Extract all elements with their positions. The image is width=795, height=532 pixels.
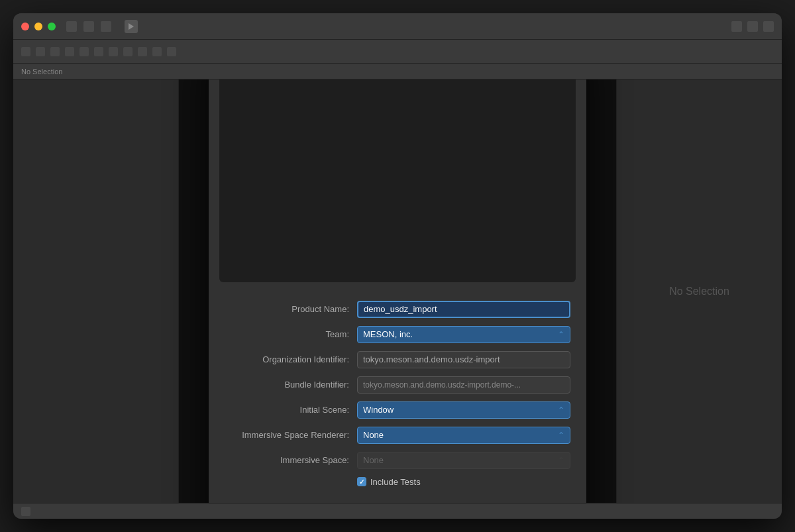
inspector-no-selection: No Selection	[669, 286, 729, 297]
toolbar-row	[13, 40, 782, 64]
inspector-icon[interactable]	[101, 21, 111, 32]
nav-icon-7[interactable]	[109, 47, 118, 56]
immersive-renderer-field: None ⌃	[357, 427, 570, 444]
editor-area: No Selection Choose options for your new…	[179, 80, 616, 503]
close-button[interactable]	[21, 23, 29, 30]
org-id-input[interactable]	[357, 351, 570, 368]
immersive-renderer-chevron-icon: ⌃	[558, 431, 564, 440]
title-bar	[13, 13, 782, 40]
bundle-id-label: Bundle Identifier:	[225, 380, 357, 390]
initial-scene-chevron-icon: ⌃	[558, 405, 564, 415]
immersive-space-row: Immersive Space: None ⌃	[225, 452, 570, 469]
bundle-id-field: tokyo.meson.and.demo.usdz-import.demo-..…	[357, 376, 570, 394]
traffic-lights	[21, 23, 56, 30]
team-select-value: MESON, inc.	[363, 329, 413, 339]
include-tests-checkbox[interactable]	[357, 477, 366, 486]
include-tests-row: Include Tests	[225, 477, 570, 487]
team-row: Team: MESON, inc. ⌃	[225, 326, 570, 343]
product-name-row: Product Name:	[225, 301, 570, 318]
immersive-space-value: None	[363, 455, 384, 465]
immersive-space-field: None ⌃	[357, 452, 570, 469]
add-icon[interactable]	[731, 21, 742, 32]
include-tests-area: Include Tests	[357, 477, 570, 487]
forward-icon[interactable]	[167, 47, 176, 56]
bottom-bar	[13, 503, 782, 519]
org-id-label: Organization Identifier:	[225, 354, 357, 364]
nav-icon-8[interactable]	[123, 47, 132, 56]
sidebar-toggle-icon[interactable]	[66, 21, 77, 32]
nav-icon-9[interactable]	[138, 47, 147, 56]
team-field: MESON, inc. ⌃	[357, 326, 570, 343]
team-label: Team:	[225, 329, 357, 339]
nav-icon-6[interactable]	[94, 47, 103, 56]
immersive-space-label: Immersive Space:	[225, 455, 357, 465]
product-name-field	[357, 301, 570, 318]
title-bar-right	[731, 21, 774, 32]
nav-icon-4[interactable]	[65, 47, 74, 56]
main-content: No Selection Choose options for your new…	[13, 80, 782, 503]
initial-scene-row: Initial Scene: Window ⌃	[225, 401, 570, 419]
nav-icon-2[interactable]	[36, 47, 45, 56]
immersive-space-chevron-icon: ⌃	[558, 456, 564, 465]
modal-overlay: Choose options for your new project: Pro…	[179, 80, 616, 503]
immersive-renderer-select[interactable]: None ⌃	[357, 427, 570, 444]
play-button[interactable]	[125, 20, 138, 33]
inspector-panel: No Selection	[616, 80, 782, 503]
nav-icon-1[interactable]	[21, 47, 30, 56]
team-select[interactable]: MESON, inc. ⌃	[357, 326, 570, 343]
bottom-icon[interactable]	[21, 507, 30, 516]
initial-scene-field: Window ⌃	[357, 401, 570, 419]
initial-scene-label: Initial Scene:	[225, 405, 357, 415]
nav-icon-5[interactable]	[80, 47, 89, 56]
immersive-renderer-value: None	[363, 430, 384, 440]
modal-form: Product Name: Team: MESON, inc.	[209, 288, 586, 503]
minimize-button[interactable]	[34, 23, 42, 30]
stop-icon[interactable]	[763, 21, 774, 32]
navigator-icon[interactable]	[83, 21, 94, 32]
bundle-id-row: Bundle Identifier: tokyo.meson.and.demo.…	[225, 376, 570, 394]
product-name-label: Product Name:	[225, 304, 357, 314]
immersive-renderer-row: Immersive Space Renderer: None ⌃	[225, 427, 570, 444]
initial-scene-select[interactable]: Window ⌃	[357, 401, 570, 419]
status-bar: No Selection	[13, 64, 782, 80]
run-icon[interactable]	[747, 21, 758, 32]
initial-scene-value: Window	[363, 405, 394, 415]
back-icon[interactable]	[152, 47, 162, 56]
immersive-renderer-label: Immersive Space Renderer:	[225, 430, 357, 440]
toolbar-icons	[66, 21, 111, 32]
bundle-id-value: tokyo.meson.and.demo.usdz-import.demo-..…	[357, 376, 570, 394]
modal-preview-area	[219, 80, 576, 282]
org-id-row: Organization Identifier:	[225, 351, 570, 368]
product-name-input[interactable]	[357, 301, 570, 318]
nav-icon-3[interactable]	[50, 47, 60, 56]
org-id-field	[357, 351, 570, 368]
mac-window: No Selection No Selection Choose options…	[13, 13, 782, 519]
team-chevron-icon: ⌃	[558, 330, 564, 339]
include-tests-text: Include Tests	[370, 477, 421, 487]
status-text: No Selection	[21, 68, 62, 76]
immersive-space-select[interactable]: None ⌃	[357, 452, 570, 469]
sidebar	[13, 80, 179, 503]
maximize-button[interactable]	[48, 23, 56, 30]
new-project-dialog: Choose options for your new project: Pro…	[209, 80, 586, 503]
